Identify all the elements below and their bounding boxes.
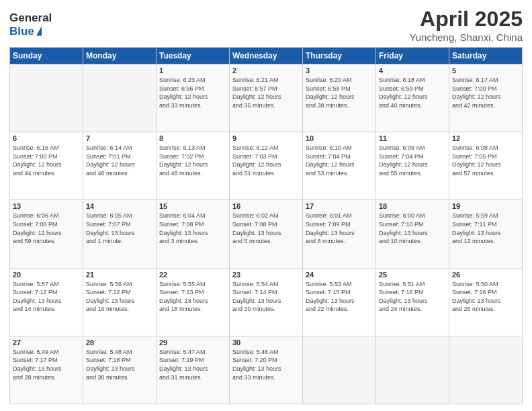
- day-info: Sunrise: 6:14 AM Sunset: 7:01 PM Dayligh…: [86, 144, 153, 177]
- day-info: Sunrise: 5:59 AM Sunset: 7:11 PM Dayligh…: [452, 212, 519, 245]
- day-number: 17: [306, 202, 373, 210]
- calendar-cell: 3Sunrise: 6:20 AM Sunset: 6:58 PM Daylig…: [303, 64, 376, 132]
- calendar-cell: 24Sunrise: 5:53 AM Sunset: 7:15 PM Dayli…: [303, 268, 376, 336]
- day-info: Sunrise: 6:00 AM Sunset: 7:10 PM Dayligh…: [379, 212, 446, 245]
- page: General Blue April 2025 Yuncheng, Shanxi…: [0, 0, 532, 411]
- day-info: Sunrise: 5:54 AM Sunset: 7:14 PM Dayligh…: [232, 280, 300, 314]
- calendar-cell: 21Sunrise: 5:56 AM Sunset: 7:12 PM Dayli…: [83, 268, 157, 336]
- day-info: Sunrise: 6:06 AM Sunset: 7:06 PM Dayligh…: [13, 212, 80, 245]
- day-number: 3: [306, 66, 373, 75]
- day-info: Sunrise: 6:02 AM Sunset: 7:08 PM Dayligh…: [232, 212, 300, 245]
- calendar-cell: 25Sunrise: 5:51 AM Sunset: 7:16 PM Dayli…: [376, 268, 449, 336]
- day-info: Sunrise: 5:50 AM Sunset: 7:16 PM Dayligh…: [452, 280, 519, 314]
- day-number: 16: [232, 202, 300, 210]
- day-number: 28: [86, 338, 153, 347]
- day-info: Sunrise: 5:55 AM Sunset: 7:13 PM Dayligh…: [159, 280, 226, 314]
- calendar-header-row: SundayMondayTuesdayWednesdayThursdayFrid…: [10, 48, 523, 64]
- logo-text: General Blue: [9, 11, 52, 38]
- day-number: 8: [159, 134, 226, 142]
- day-info: Sunrise: 5:53 AM Sunset: 7:15 PM Dayligh…: [306, 280, 373, 314]
- logo-general: General: [9, 11, 52, 25]
- day-number: 12: [452, 134, 519, 142]
- day-info: Sunrise: 5:56 AM Sunset: 7:12 PM Dayligh…: [86, 280, 153, 314]
- calendar-cell: 28Sunrise: 5:48 AM Sunset: 7:18 PM Dayli…: [83, 336, 157, 404]
- calendar-cell: 29Sunrise: 5:47 AM Sunset: 7:19 PM Dayli…: [157, 336, 230, 404]
- calendar-header-saturday: Saturday: [449, 48, 523, 64]
- calendar-header-friday: Friday: [376, 48, 449, 64]
- day-number: 2: [232, 66, 300, 75]
- calendar-cell: 5Sunrise: 6:17 AM Sunset: 7:00 PM Daylig…: [449, 64, 523, 132]
- calendar-cell: 10Sunrise: 6:10 AM Sunset: 7:04 PM Dayli…: [303, 132, 376, 200]
- calendar-cell: [83, 64, 157, 132]
- day-number: 25: [379, 271, 446, 279]
- main-title: April 2025: [410, 7, 523, 32]
- calendar-cell: 27Sunrise: 5:49 AM Sunset: 7:17 PM Dayli…: [10, 336, 83, 404]
- logo: General Blue: [9, 11, 52, 38]
- day-number: 5: [452, 66, 519, 75]
- calendar-cell: 23Sunrise: 5:54 AM Sunset: 7:14 PM Dayli…: [230, 268, 303, 336]
- day-number: 11: [379, 134, 446, 142]
- day-number: 10: [306, 134, 373, 142]
- calendar-week-4: 20Sunrise: 5:57 AM Sunset: 7:12 PM Dayli…: [10, 268, 523, 336]
- day-info: Sunrise: 6:17 AM Sunset: 7:00 PM Dayligh…: [452, 76, 519, 109]
- calendar-cell: [376, 336, 449, 404]
- calendar-cell: 16Sunrise: 6:02 AM Sunset: 7:08 PM Dayli…: [230, 200, 303, 268]
- calendar-header-thursday: Thursday: [303, 48, 376, 64]
- calendar-cell: 9Sunrise: 6:12 AM Sunset: 7:03 PM Daylig…: [230, 132, 303, 200]
- day-number: 21: [86, 271, 153, 279]
- title-block: April 2025 Yuncheng, Shanxi, China: [410, 7, 523, 43]
- calendar-week-5: 27Sunrise: 5:49 AM Sunset: 7:17 PM Dayli…: [10, 336, 523, 404]
- day-info: Sunrise: 6:01 AM Sunset: 7:09 PM Dayligh…: [306, 212, 373, 245]
- day-number: 14: [86, 202, 153, 210]
- day-info: Sunrise: 6:08 AM Sunset: 7:05 PM Dayligh…: [452, 144, 519, 177]
- day-info: Sunrise: 6:05 AM Sunset: 7:07 PM Dayligh…: [86, 212, 153, 245]
- calendar-cell: 17Sunrise: 6:01 AM Sunset: 7:09 PM Dayli…: [303, 200, 376, 268]
- calendar-header-sunday: Sunday: [10, 48, 83, 64]
- day-number: 24: [306, 271, 373, 279]
- day-info: Sunrise: 5:49 AM Sunset: 7:17 PM Dayligh…: [13, 348, 80, 381]
- calendar-cell: 14Sunrise: 6:05 AM Sunset: 7:07 PM Dayli…: [83, 200, 157, 268]
- day-info: Sunrise: 5:48 AM Sunset: 7:18 PM Dayligh…: [86, 348, 153, 381]
- calendar-cell: 11Sunrise: 6:09 AM Sunset: 7:04 PM Dayli…: [376, 132, 449, 200]
- logo-triangle-icon: [36, 26, 42, 36]
- day-number: 26: [452, 271, 519, 279]
- header: General Blue April 2025 Yuncheng, Shanxi…: [9, 7, 523, 43]
- day-info: Sunrise: 6:18 AM Sunset: 6:59 PM Dayligh…: [379, 76, 446, 109]
- calendar-cell: 20Sunrise: 5:57 AM Sunset: 7:12 PM Dayli…: [10, 268, 83, 336]
- calendar-cell: [303, 336, 376, 404]
- day-info: Sunrise: 6:16 AM Sunset: 7:00 PM Dayligh…: [13, 144, 80, 177]
- day-number: 18: [379, 202, 446, 210]
- calendar-cell: 6Sunrise: 6:16 AM Sunset: 7:00 PM Daylig…: [10, 132, 83, 200]
- calendar-week-2: 6Sunrise: 6:16 AM Sunset: 7:00 PM Daylig…: [10, 132, 523, 200]
- day-number: 27: [13, 338, 80, 347]
- day-number: 1: [159, 66, 226, 75]
- day-info: Sunrise: 6:23 AM Sunset: 6:56 PM Dayligh…: [159, 76, 226, 109]
- day-info: Sunrise: 6:20 AM Sunset: 6:58 PM Dayligh…: [306, 76, 373, 109]
- day-number: 15: [159, 202, 226, 210]
- calendar-cell: 1Sunrise: 6:23 AM Sunset: 6:56 PM Daylig…: [157, 64, 230, 132]
- calendar-cell: 8Sunrise: 6:13 AM Sunset: 7:02 PM Daylig…: [157, 132, 230, 200]
- day-number: 20: [13, 271, 80, 279]
- day-number: 23: [232, 271, 300, 279]
- day-info: Sunrise: 6:10 AM Sunset: 7:04 PM Dayligh…: [306, 144, 373, 177]
- calendar-header-wednesday: Wednesday: [230, 48, 303, 64]
- calendar-week-1: 1Sunrise: 6:23 AM Sunset: 6:56 PM Daylig…: [10, 64, 523, 132]
- calendar-header-tuesday: Tuesday: [157, 48, 230, 64]
- day-number: 22: [159, 271, 226, 279]
- calendar-header-monday: Monday: [83, 48, 157, 64]
- calendar-cell: 19Sunrise: 5:59 AM Sunset: 7:11 PM Dayli…: [449, 200, 523, 268]
- day-number: 7: [86, 134, 153, 142]
- day-info: Sunrise: 5:47 AM Sunset: 7:19 PM Dayligh…: [159, 348, 226, 381]
- calendar-cell: 2Sunrise: 6:21 AM Sunset: 6:57 PM Daylig…: [230, 64, 303, 132]
- day-number: 4: [379, 66, 446, 75]
- day-number: 6: [13, 134, 80, 142]
- day-number: 9: [232, 134, 300, 142]
- calendar-cell: 30Sunrise: 5:46 AM Sunset: 7:20 PM Dayli…: [230, 336, 303, 404]
- calendar-cell: 18Sunrise: 6:00 AM Sunset: 7:10 PM Dayli…: [376, 200, 449, 268]
- calendar-cell: 22Sunrise: 5:55 AM Sunset: 7:13 PM Dayli…: [157, 268, 230, 336]
- day-info: Sunrise: 6:13 AM Sunset: 7:02 PM Dayligh…: [159, 144, 226, 177]
- day-info: Sunrise: 6:21 AM Sunset: 6:57 PM Dayligh…: [232, 76, 300, 109]
- day-info: Sunrise: 5:57 AM Sunset: 7:12 PM Dayligh…: [13, 280, 80, 314]
- calendar-cell: 4Sunrise: 6:18 AM Sunset: 6:59 PM Daylig…: [376, 64, 449, 132]
- day-number: 13: [13, 202, 80, 210]
